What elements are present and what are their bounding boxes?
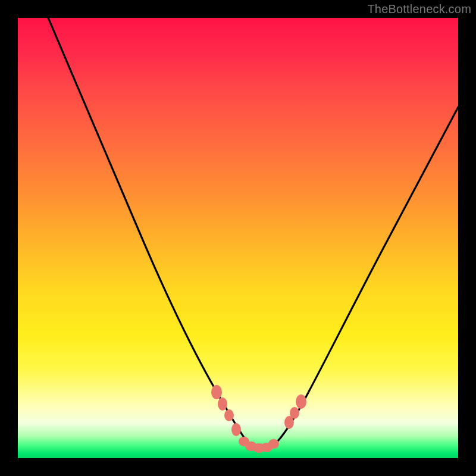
marker-dot xyxy=(231,423,241,436)
marker-dot xyxy=(224,409,234,421)
marker-dot xyxy=(268,439,279,449)
chart-plot-area xyxy=(18,18,458,458)
marker-dot xyxy=(218,397,227,411)
watermark-text: TheBottleneck.com xyxy=(367,2,471,16)
chart-svg xyxy=(18,18,458,458)
marker-dot xyxy=(211,385,222,399)
curve-markers xyxy=(211,385,306,453)
marker-dot xyxy=(296,394,306,409)
marker-dot xyxy=(290,407,299,419)
chart-frame: TheBottleneck.com xyxy=(0,0,476,476)
bottleneck-curve xyxy=(48,18,458,449)
